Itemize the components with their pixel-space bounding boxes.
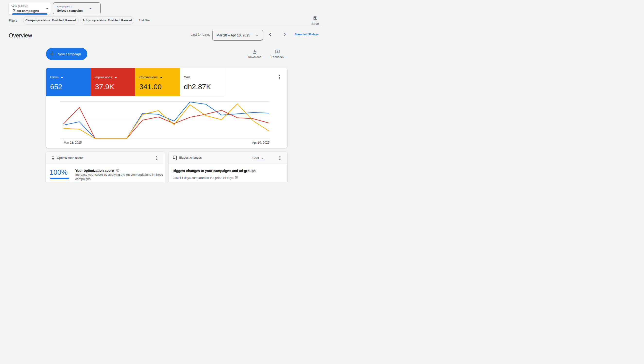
svg-text:Apr 10, 2025: Apr 10, 2025 (252, 141, 269, 144)
svg-text:Mar 28, 2025: Mar 28, 2025 (64, 141, 82, 144)
